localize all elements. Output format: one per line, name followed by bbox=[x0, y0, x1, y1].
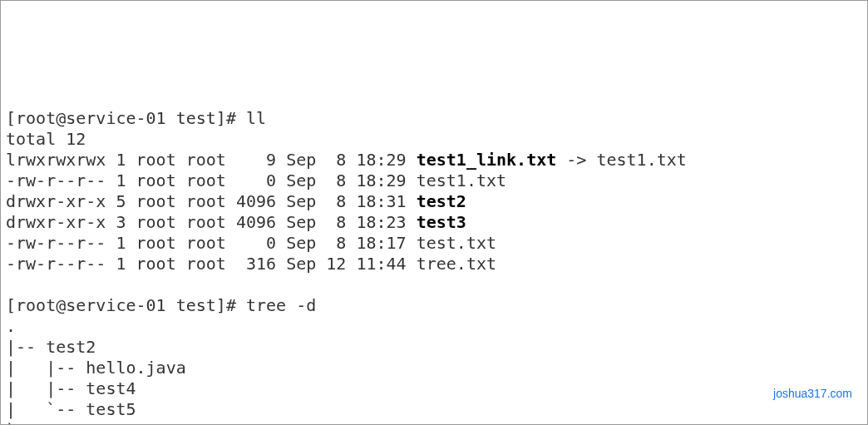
total-line: total 12 bbox=[6, 129, 86, 149]
tree-row: | |-- hello.java bbox=[6, 358, 186, 378]
file-name: test2 bbox=[417, 191, 466, 211]
ll-row: lrwxrwxrwx 1 root root 9 Sep 8 18:29 tes… bbox=[6, 150, 687, 170]
watermark: joshua317.com bbox=[773, 387, 852, 402]
prompt-line-2: [root@service-01 test]# tree -d bbox=[6, 295, 316, 315]
ll-listing: lrwxrwxrwx 1 root root 9 Sep 8 18:29 tes… bbox=[6, 150, 862, 274]
shell-prompt: [root@service-01 test]# bbox=[6, 295, 246, 315]
file-name: tree.txt bbox=[417, 254, 496, 274]
ll-row: -rw-r--r-- 1 root root 0 Sep 8 18:17 tes… bbox=[6, 233, 496, 253]
ll-row: drwxr-xr-x 3 root root 4096 Sep 8 18:23 … bbox=[6, 212, 466, 232]
file-name: test.txt bbox=[417, 233, 496, 253]
tree-row: `-- test3 bbox=[6, 420, 96, 425]
file-name: test1_link.txt bbox=[417, 150, 557, 170]
ll-row: -rw-r--r-- 1 root root 316 Sep 12 11:44 … bbox=[6, 254, 496, 274]
prompt-line-1: [root@service-01 test]# ll bbox=[6, 108, 266, 128]
file-name: test1.txt bbox=[417, 170, 506, 190]
ll-row: -rw-r--r-- 1 root root 0 Sep 8 18:29 tes… bbox=[6, 170, 506, 190]
tree-row: | |-- test4 bbox=[6, 378, 136, 398]
tree-listing: . |-- test2 | |-- hello.java | |-- test4… bbox=[6, 316, 862, 425]
terminal-output: [root@service-01 test]# ll total 12 lrwx… bbox=[6, 87, 862, 425]
ll-row: drwxr-xr-x 5 root root 4096 Sep 8 18:31 … bbox=[6, 191, 466, 211]
command-tree: tree -d bbox=[246, 295, 316, 315]
tree-row: |-- test2 bbox=[6, 337, 96, 357]
tree-row: . bbox=[6, 316, 16, 336]
command-ll: ll bbox=[246, 108, 266, 128]
file-name: test3 bbox=[417, 212, 466, 232]
tree-row: | `-- test5 bbox=[6, 399, 136, 419]
shell-prompt: [root@service-01 test]# bbox=[6, 108, 246, 128]
